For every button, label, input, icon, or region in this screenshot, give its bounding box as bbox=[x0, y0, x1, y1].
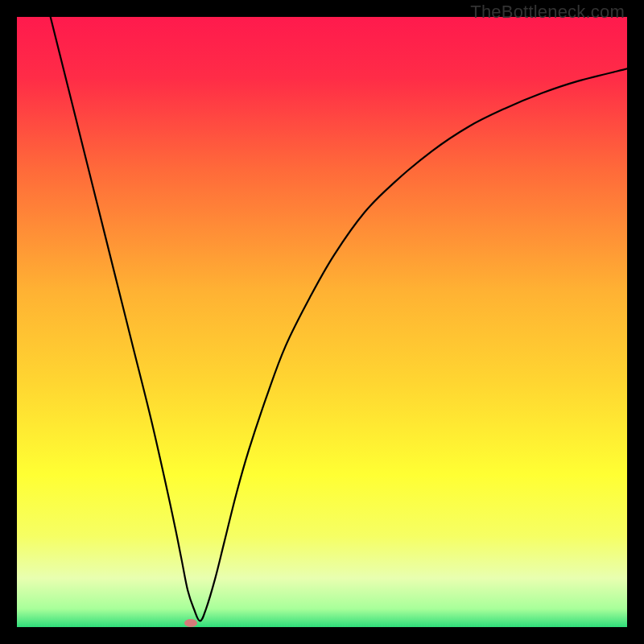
gradient-background bbox=[17, 17, 627, 627]
optimum-marker bbox=[184, 619, 197, 627]
bottleneck-chart bbox=[17, 17, 627, 627]
watermark-text: TheBottleneck.com bbox=[470, 2, 625, 23]
chart-frame bbox=[17, 17, 627, 627]
